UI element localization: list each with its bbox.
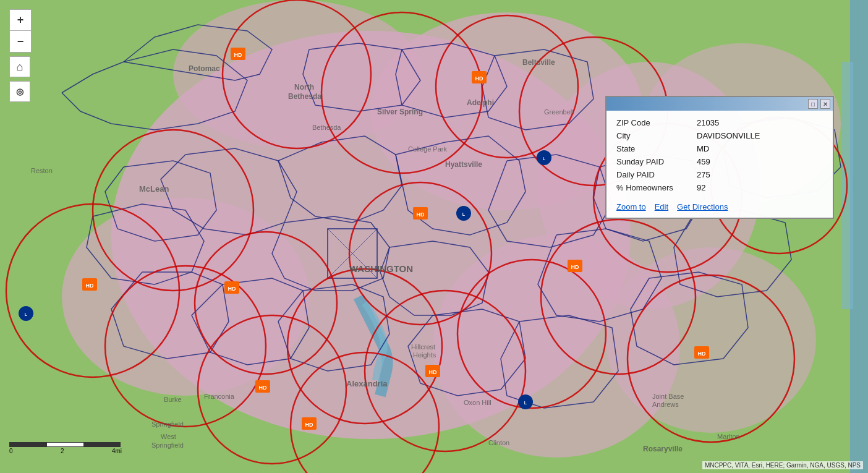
svg-text:HD: HD <box>698 351 706 357</box>
popup-header: □ ✕ <box>606 97 833 111</box>
popup-close-button[interactable]: ✕ <box>820 99 830 109</box>
svg-text:Beltsville: Beltsville <box>522 58 555 67</box>
map-container: HD HD HD HD HD HD HD HD <box>0 0 868 473</box>
city-label: City <box>616 131 697 140</box>
svg-text:Springfield: Springfield <box>151 420 184 428</box>
zip-code-value: 21035 <box>697 118 719 127</box>
svg-text:HD: HD <box>228 286 236 292</box>
popup-actions: Zoom to Edit Get Directions <box>616 198 823 211</box>
svg-text:L: L <box>25 312 28 317</box>
sunday-paid-label: Sunday PAID <box>616 157 697 166</box>
svg-text:HD: HD <box>429 369 437 375</box>
svg-text:Bethesda: Bethesda <box>312 124 341 131</box>
svg-text:Rosaryville: Rosaryville <box>643 445 683 453</box>
svg-text:Clinton: Clinton <box>488 439 509 446</box>
svg-text:Andrews: Andrews <box>652 401 679 408</box>
scale-label-2: 2 <box>61 448 64 454</box>
svg-text:HD: HD <box>234 52 242 58</box>
svg-text:Greenbelt: Greenbelt <box>544 108 574 116</box>
zoom-to-link[interactable]: Zoom to <box>616 202 646 211</box>
svg-text:Springfield: Springfield <box>151 441 184 449</box>
svg-text:Joint Base: Joint Base <box>652 393 684 400</box>
svg-text:Alexandria: Alexandria <box>346 379 388 388</box>
state-label: State <box>616 144 697 153</box>
get-directions-link[interactable]: Get Directions <box>677 202 728 211</box>
homeowners-value: 92 <box>697 183 705 192</box>
map-background: HD HD HD HD HD HD HD HD <box>0 0 868 473</box>
svg-text:Silver Spring: Silver Spring <box>377 108 423 116</box>
popup-minimize-button[interactable]: □ <box>808 99 818 109</box>
svg-point-5 <box>62 198 309 396</box>
svg-text:HD: HD <box>475 75 483 82</box>
svg-text:West: West <box>161 433 176 440</box>
svg-text:Heights: Heights <box>413 351 436 359</box>
sunday-paid-value: 459 <box>697 157 710 166</box>
svg-text:HD: HD <box>571 264 579 270</box>
svg-text:College Park: College Park <box>408 145 447 153</box>
svg-text:Burke: Burke <box>164 396 182 403</box>
sunday-paid-row: Sunday PAID 459 <box>616 157 823 166</box>
svg-text:Hillcrest: Hillcrest <box>411 343 435 351</box>
svg-text:L: L <box>543 156 546 161</box>
svg-text:Reston: Reston <box>31 167 53 174</box>
popup-body: ZIP Code 21035 City DAVIDSONVILLE State … <box>606 111 833 218</box>
daily-paid-row: Daily PAID 275 <box>616 170 823 179</box>
zip-code-label: ZIP Code <box>616 118 697 127</box>
scale-bar-ruler <box>9 441 121 447</box>
svg-text:Marlton: Marlton <box>717 433 740 440</box>
svg-text:North: North <box>294 83 314 92</box>
daily-paid-value: 275 <box>697 170 710 179</box>
zoom-out-button[interactable]: − <box>10 31 31 52</box>
svg-text:Potomac: Potomac <box>189 64 220 73</box>
svg-text:Hyattsville: Hyattsville <box>445 160 482 169</box>
scale-segment-3 <box>83 442 121 447</box>
state-row: State MD <box>616 144 823 153</box>
homeowners-row: % Homeowners 92 <box>616 183 823 192</box>
scale-segment-2 <box>46 442 83 447</box>
info-popup: □ ✕ ZIP Code 21035 City DAVIDSONVILLE St… <box>605 96 834 219</box>
scale-label-0: 0 <box>9 448 13 454</box>
locate-button[interactable]: ◎ <box>9 81 30 102</box>
svg-text:L: L <box>524 401 527 405</box>
city-value: DAVIDSONVILLE <box>697 131 760 140</box>
svg-point-6 <box>173 0 420 148</box>
svg-text:WASHINGTON: WASHINGTON <box>349 263 413 274</box>
svg-text:Bethesda: Bethesda <box>288 92 321 101</box>
zoom-controls: + − <box>9 9 32 53</box>
svg-text:McLean: McLean <box>139 184 169 194</box>
daily-paid-label: Daily PAID <box>616 170 697 179</box>
svg-text:Adelphi: Adelphi <box>467 98 494 107</box>
scale-bar: 0 2 4mi <box>9 441 122 454</box>
scale-labels: 0 2 4mi <box>9 448 122 454</box>
map-attribution: MNCPPC, VITA, Esri, HERE; Garmin, NGA, U… <box>702 461 863 469</box>
svg-text:HD: HD <box>417 211 425 218</box>
edit-link[interactable]: Edit <box>655 202 668 211</box>
map-controls: + − ⌂ ◎ <box>9 9 32 102</box>
svg-text:L: L <box>462 212 466 216</box>
city-row: City DAVIDSONVILLE <box>616 131 823 140</box>
home-button[interactable]: ⌂ <box>9 56 30 77</box>
svg-text:Oxon Hill: Oxon Hill <box>464 399 491 406</box>
zoom-in-button[interactable]: + <box>10 10 31 31</box>
scale-bar-line: 0 2 4mi <box>9 441 122 454</box>
scale-segment-1 <box>9 442 46 447</box>
scale-label-4: 4mi <box>112 448 122 454</box>
homeowners-label: % Homeowners <box>616 183 697 192</box>
state-value: MD <box>697 144 709 153</box>
zip-code-row: ZIP Code 21035 <box>616 118 823 127</box>
svg-text:HD: HD <box>259 385 267 391</box>
svg-text:HD: HD <box>305 422 313 428</box>
svg-text:Franconia: Franconia <box>204 393 235 400</box>
svg-text:HD: HD <box>86 283 94 289</box>
